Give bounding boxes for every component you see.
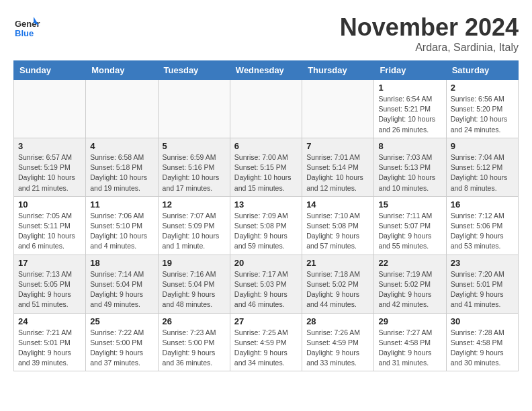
day-number: 8 <box>378 141 441 151</box>
day-number: 14 <box>306 199 369 210</box>
day-info: Sunrise: 7:12 AM Sunset: 5:06 PM Dayligh… <box>451 211 514 252</box>
calendar-cell: 26Sunrise: 7:23 AM Sunset: 5:00 PM Dayli… <box>158 313 230 371</box>
day-number: 25 <box>90 316 153 326</box>
logo: General Blue <box>13 13 43 40</box>
day-number: 22 <box>378 258 441 268</box>
location: Ardara, Sardinia, Italy <box>340 42 519 54</box>
day-number: 13 <box>234 199 298 210</box>
day-number: 19 <box>163 258 226 268</box>
day-number: 24 <box>18 316 81 326</box>
day-number: 3 <box>18 141 81 151</box>
calendar-cell <box>86 80 158 138</box>
calendar-cell: 8Sunrise: 7:03 AM Sunset: 5:13 PM Daylig… <box>374 138 446 196</box>
day-number: 28 <box>306 316 369 326</box>
day-info: Sunrise: 7:00 AM Sunset: 5:15 PM Dayligh… <box>234 152 298 193</box>
day-number: 21 <box>306 258 369 268</box>
day-info: Sunrise: 7:13 AM Sunset: 5:05 PM Dayligh… <box>18 269 81 310</box>
day-info: Sunrise: 7:20 AM Sunset: 5:01 PM Dayligh… <box>451 269 514 310</box>
day-number: 16 <box>451 199 514 210</box>
calendar-cell: 24Sunrise: 7:21 AM Sunset: 5:01 PM Dayli… <box>14 313 86 371</box>
day-info: Sunrise: 7:22 AM Sunset: 5:00 PM Dayligh… <box>90 328 153 369</box>
calendar-cell: 28Sunrise: 7:26 AM Sunset: 4:59 PM Dayli… <box>302 313 374 371</box>
weekday-header-thursday: Thursday <box>302 61 374 80</box>
day-info: Sunrise: 6:58 AM Sunset: 5:18 PM Dayligh… <box>90 152 153 193</box>
day-info: Sunrise: 6:56 AM Sunset: 5:20 PM Dayligh… <box>451 94 514 135</box>
day-info: Sunrise: 7:26 AM Sunset: 4:59 PM Dayligh… <box>306 328 369 369</box>
day-info: Sunrise: 7:03 AM Sunset: 5:13 PM Dayligh… <box>378 152 441 193</box>
day-info: Sunrise: 7:17 AM Sunset: 5:03 PM Dayligh… <box>234 269 298 310</box>
day-number: 20 <box>234 258 298 268</box>
day-info: Sunrise: 7:11 AM Sunset: 5:07 PM Dayligh… <box>378 211 441 252</box>
day-number: 9 <box>451 141 514 151</box>
calendar-cell: 19Sunrise: 7:16 AM Sunset: 5:04 PM Dayli… <box>158 255 230 313</box>
day-info: Sunrise: 7:07 AM Sunset: 5:09 PM Dayligh… <box>163 211 226 252</box>
calendar-cell: 23Sunrise: 7:20 AM Sunset: 5:01 PM Dayli… <box>446 255 518 313</box>
calendar-cell: 20Sunrise: 7:17 AM Sunset: 5:03 PM Dayli… <box>230 255 302 313</box>
calendar-cell: 29Sunrise: 7:27 AM Sunset: 4:58 PM Dayli… <box>374 313 446 371</box>
calendar-cell <box>230 80 302 138</box>
day-number: 17 <box>18 258 81 268</box>
calendar-cell: 15Sunrise: 7:11 AM Sunset: 5:07 PM Dayli… <box>374 196 446 255</box>
day-number: 26 <box>163 316 226 326</box>
day-info: Sunrise: 7:19 AM Sunset: 5:02 PM Dayligh… <box>378 269 441 310</box>
calendar-cell: 30Sunrise: 7:28 AM Sunset: 4:58 PM Dayli… <box>446 313 518 371</box>
weekday-header-saturday: Saturday <box>446 61 518 80</box>
calendar-cell: 9Sunrise: 7:04 AM Sunset: 5:12 PM Daylig… <box>446 138 518 196</box>
calendar-cell <box>14 80 86 138</box>
title-block: November 2024 Ardara, Sardinia, Italy <box>340 13 519 54</box>
calendar-cell: 2Sunrise: 6:56 AM Sunset: 5:20 PM Daylig… <box>446 80 518 138</box>
calendar-cell: 17Sunrise: 7:13 AM Sunset: 5:05 PM Dayli… <box>14 255 86 313</box>
calendar-cell: 21Sunrise: 7:18 AM Sunset: 5:02 PM Dayli… <box>302 255 374 313</box>
week-row-4: 17Sunrise: 7:13 AM Sunset: 5:05 PM Dayli… <box>14 255 519 313</box>
day-info: Sunrise: 6:54 AM Sunset: 5:21 PM Dayligh… <box>378 94 441 135</box>
day-number: 2 <box>451 83 514 93</box>
day-number: 18 <box>90 258 153 268</box>
calendar-cell: 6Sunrise: 7:00 AM Sunset: 5:15 PM Daylig… <box>230 138 302 196</box>
day-info: Sunrise: 7:09 AM Sunset: 5:08 PM Dayligh… <box>234 211 298 252</box>
calendar-cell: 11Sunrise: 7:06 AM Sunset: 5:10 PM Dayli… <box>86 196 158 255</box>
day-number: 10 <box>18 199 81 210</box>
week-row-2: 3Sunrise: 6:57 AM Sunset: 5:19 PM Daylig… <box>14 138 519 196</box>
day-number: 6 <box>234 141 298 151</box>
calendar-cell: 18Sunrise: 7:14 AM Sunset: 5:04 PM Dayli… <box>86 255 158 313</box>
week-row-5: 24Sunrise: 7:21 AM Sunset: 5:01 PM Dayli… <box>14 313 519 371</box>
day-number: 11 <box>90 199 153 210</box>
calendar-cell: 10Sunrise: 7:05 AM Sunset: 5:11 PM Dayli… <box>14 196 86 255</box>
day-info: Sunrise: 7:23 AM Sunset: 5:00 PM Dayligh… <box>163 328 226 369</box>
weekday-header-wednesday: Wednesday <box>230 61 302 80</box>
day-info: Sunrise: 7:05 AM Sunset: 5:11 PM Dayligh… <box>18 211 81 252</box>
calendar-cell: 16Sunrise: 7:12 AM Sunset: 5:06 PM Dayli… <box>446 196 518 255</box>
calendar-cell: 27Sunrise: 7:25 AM Sunset: 4:59 PM Dayli… <box>230 313 302 371</box>
day-number: 7 <box>306 141 369 151</box>
weekday-header-tuesday: Tuesday <box>158 61 230 80</box>
calendar-cell <box>302 80 374 138</box>
calendar-cell: 22Sunrise: 7:19 AM Sunset: 5:02 PM Dayli… <box>374 255 446 313</box>
day-number: 27 <box>234 316 298 326</box>
day-number: 5 <box>163 141 226 151</box>
calendar-cell: 1Sunrise: 6:54 AM Sunset: 5:21 PM Daylig… <box>374 80 446 138</box>
calendar-table: SundayMondayTuesdayWednesdayThursdayFrid… <box>13 60 519 371</box>
day-number: 29 <box>378 316 441 326</box>
calendar-cell: 7Sunrise: 7:01 AM Sunset: 5:14 PM Daylig… <box>302 138 374 196</box>
day-info: Sunrise: 7:16 AM Sunset: 5:04 PM Dayligh… <box>163 269 226 310</box>
day-info: Sunrise: 7:18 AM Sunset: 5:02 PM Dayligh… <box>306 269 369 310</box>
day-number: 4 <box>90 141 153 151</box>
calendar-cell: 3Sunrise: 6:57 AM Sunset: 5:19 PM Daylig… <box>14 138 86 196</box>
calendar-cell <box>158 80 230 138</box>
week-row-3: 10Sunrise: 7:05 AM Sunset: 5:11 PM Dayli… <box>14 196 519 255</box>
logo-icon: General Blue <box>13 13 40 40</box>
day-number: 12 <box>163 199 226 210</box>
day-info: Sunrise: 7:14 AM Sunset: 5:04 PM Dayligh… <box>90 269 153 310</box>
day-info: Sunrise: 7:21 AM Sunset: 5:01 PM Dayligh… <box>18 328 81 369</box>
weekday-header-friday: Friday <box>374 61 446 80</box>
weekday-header-sunday: Sunday <box>14 61 86 80</box>
day-number: 30 <box>451 316 514 326</box>
svg-text:Blue: Blue <box>15 28 34 38</box>
calendar-cell: 4Sunrise: 6:58 AM Sunset: 5:18 PM Daylig… <box>86 138 158 196</box>
calendar-cell: 13Sunrise: 7:09 AM Sunset: 5:08 PM Dayli… <box>230 196 302 255</box>
day-info: Sunrise: 7:10 AM Sunset: 5:08 PM Dayligh… <box>306 211 369 252</box>
weekday-header-row: SundayMondayTuesdayWednesdayThursdayFrid… <box>14 61 519 80</box>
day-info: Sunrise: 7:27 AM Sunset: 4:58 PM Dayligh… <box>378 328 441 369</box>
calendar-cell: 5Sunrise: 6:59 AM Sunset: 5:16 PM Daylig… <box>158 138 230 196</box>
day-number: 23 <box>451 258 514 268</box>
